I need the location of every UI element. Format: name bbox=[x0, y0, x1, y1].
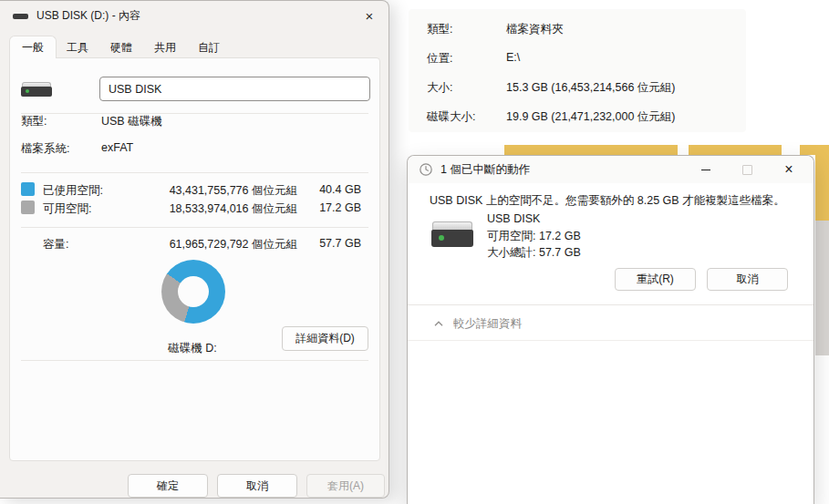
background-folder-strip bbox=[800, 145, 815, 155]
fewer-details-label: 較少詳細資料 bbox=[453, 316, 522, 332]
row-label: 大小: bbox=[427, 80, 452, 96]
row-value: 檔案資料夾 bbox=[506, 22, 564, 37]
field-value: USB 磁碟機 bbox=[101, 114, 162, 129]
maximize-icon bbox=[742, 165, 752, 175]
folder-properties-fragment: 類型: 檔案資料夾 位置: E:\ 大小: 15.3 GB (16,453,21… bbox=[409, 9, 746, 132]
background-folder-sliver bbox=[815, 145, 829, 221]
divider bbox=[21, 113, 368, 114]
free-space-size: 17.2 GB bbox=[319, 201, 361, 214]
free-space-label: 可用空間: bbox=[43, 201, 91, 217]
field-value: exFAT bbox=[101, 141, 133, 154]
details-button[interactable]: 詳細資料(D) bbox=[282, 326, 368, 351]
capacity-label: 容量: bbox=[43, 237, 68, 252]
divider bbox=[408, 304, 813, 305]
background-folder-strip bbox=[504, 145, 678, 155]
used-space-label: 已使用空間: bbox=[43, 183, 103, 199]
divider bbox=[21, 360, 368, 361]
window-title: USB DISK (D:) - 內容 bbox=[36, 8, 140, 24]
minimize-button[interactable] bbox=[688, 156, 724, 183]
volume-label-input[interactable] bbox=[99, 77, 370, 101]
dialog-title: 1 個已中斷的動作 bbox=[440, 162, 530, 178]
drive-caption: 磁碟機 D: bbox=[129, 341, 256, 356]
retry-button[interactable]: 重試(R) bbox=[615, 268, 696, 291]
tab-general[interactable]: 一般 bbox=[9, 36, 57, 58]
row-value: 19.9 GB (21,471,232,000 位元組) bbox=[506, 109, 676, 125]
row-label: 磁碟大小: bbox=[427, 109, 475, 125]
close-button[interactable]: × bbox=[771, 156, 807, 183]
background-folder-strip bbox=[689, 145, 782, 155]
divider bbox=[21, 172, 368, 173]
screen: USB DISK (D:) - 內容 × 一般 工具 硬體 共用 自訂 類型: … bbox=[0, 0, 829, 504]
interrupted-action-dialog: 1 個已中斷的動作 × USB DISK 上的空間不足。您需要額外的 8.25 … bbox=[407, 155, 814, 504]
cancel-button[interactable]: 取消 bbox=[707, 268, 788, 291]
row-value: E:\ bbox=[506, 51, 520, 64]
drive-name: USB DISK bbox=[487, 212, 540, 225]
background-window-sliver bbox=[815, 221, 829, 355]
tab-sharing[interactable]: 共用 bbox=[142, 37, 188, 58]
usb-drive-icon bbox=[21, 82, 52, 97]
close-icon[interactable]: × bbox=[361, 7, 378, 24]
usb-properties-dialog: USB DISK (D:) - 內容 × 一般 工具 硬體 共用 自訂 類型: … bbox=[0, 0, 389, 499]
usb-drive-icon-large bbox=[431, 221, 473, 247]
drive-total: 大小總計: 57.7 GB bbox=[487, 245, 581, 261]
row-label: 類型: bbox=[427, 22, 452, 37]
field-label: 檔案系統: bbox=[21, 141, 69, 157]
fewer-details-toggle[interactable]: 較少詳細資料 bbox=[433, 314, 522, 333]
minimize-icon bbox=[701, 170, 710, 170]
row-label: 位置: bbox=[427, 51, 452, 67]
maximize-button[interactable] bbox=[729, 156, 765, 183]
disk-usage-donut bbox=[161, 260, 225, 324]
apply-button[interactable]: 套用(A) bbox=[306, 474, 385, 498]
row-value: 15.3 GB (16,453,214,566 位元組) bbox=[506, 80, 676, 96]
used-space-bytes: 43,431,755,776 個位元組 bbox=[170, 183, 297, 199]
used-space-size: 40.4 GB bbox=[319, 183, 361, 196]
clock-icon bbox=[419, 162, 433, 177]
capacity-size: 57.7 GB bbox=[319, 237, 361, 250]
divider bbox=[408, 340, 813, 341]
divider bbox=[21, 227, 368, 228]
drive-icon bbox=[13, 12, 28, 19]
tab-hardware[interactable]: 硬體 bbox=[98, 37, 144, 58]
donut-hole bbox=[178, 276, 209, 307]
insufficient-space-message: USB DISK 上的空間不足。您需要額外的 8.25 GB 才能複製這些檔案。 bbox=[430, 193, 785, 209]
general-tab-page: 類型: USB 磁碟機 檔案系統: exFAT 已使用空間: 43,431,75… bbox=[9, 57, 380, 461]
tab-tools[interactable]: 工具 bbox=[55, 37, 100, 58]
ok-button[interactable]: 確定 bbox=[128, 474, 208, 498]
cancel-button[interactable]: 取消 bbox=[217, 474, 297, 498]
free-space-swatch bbox=[21, 201, 35, 214]
capacity-bytes: 61,965,729,792 個位元組 bbox=[170, 237, 297, 252]
field-label: 類型: bbox=[21, 114, 47, 129]
chevron-up-icon bbox=[433, 320, 444, 327]
properties-titlebar[interactable]: USB DISK (D:) - 內容 bbox=[0, 1, 389, 30]
used-space-swatch bbox=[21, 182, 35, 196]
free-space-bytes: 18,533,974,016 個位元組 bbox=[170, 201, 297, 217]
drive-free: 可用空間: 17.2 GB bbox=[487, 229, 581, 244]
tab-customize[interactable]: 自訂 bbox=[186, 37, 232, 58]
